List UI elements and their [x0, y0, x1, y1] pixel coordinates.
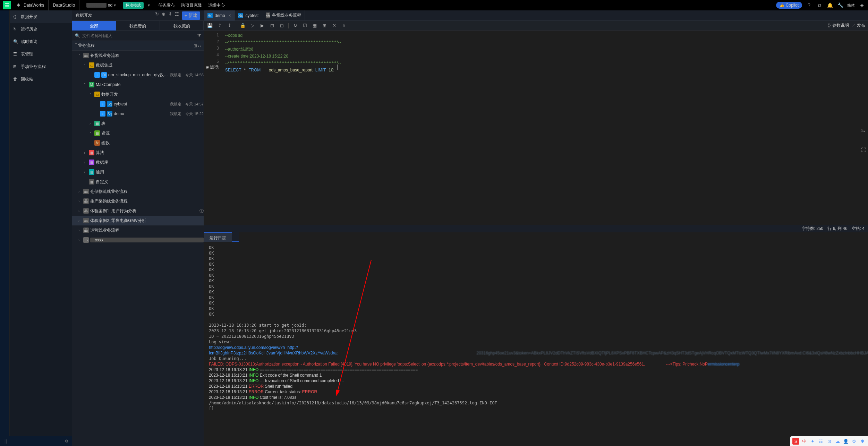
nav-publish[interactable]: 任务发布: [158, 2, 175, 8]
tree-table[interactable]: ›▦表: [72, 119, 204, 128]
cross-icon[interactable]: ✕: [331, 23, 337, 29]
expand-icon[interactable]: ⊞: [321, 23, 327, 29]
dep-icon[interactable]: ⋔: [341, 23, 347, 29]
tree-flow-root[interactable]: ˅品备货线业务流程: [72, 51, 204, 60]
tree-di[interactable]: ˅▭数据集成: [72, 60, 204, 70]
refresh-icon[interactable]: ↻: [155, 11, 159, 20]
tb-icon3[interactable]: ⊡: [826, 438, 833, 445]
log-tab[interactable]: 运行日志: [204, 232, 232, 242]
code-editor[interactable]: 123456 --odps sql --********************…: [204, 31, 868, 225]
tree-title: 数据开发: [76, 12, 92, 18]
log-body[interactable]: OKOKOKOKOKOKOKOKOKOKOKOKOK 2023-12-18 16…: [204, 242, 868, 446]
tree-flow5[interactable]: ›品体验案例2_零售电商GMV分析: [72, 216, 204, 225]
lock-icon[interactable]: 🔒: [240, 23, 246, 29]
submit-icon[interactable]: ⤴: [216, 23, 223, 29]
publish-button[interactable]: ↗ 发布: [852, 23, 865, 28]
tree-group[interactable]: ˅ 业务流程 ⊞ ∷: [72, 41, 204, 51]
tree-cybtest[interactable]: ↓Sqcybtest我锁定 今天 14:57: [72, 99, 204, 109]
save-icon[interactable]: 💾: [207, 23, 213, 29]
tab-flow[interactable]: 品备货线业务流程: [262, 10, 305, 21]
copilot-button[interactable]: 👍 Copilot: [776, 2, 802, 9]
tb-icon5[interactable]: 👤: [842, 438, 849, 445]
search-input[interactable]: [82, 33, 195, 38]
menu-icon[interactable]: ☰: [3, 1, 11, 9]
collapse-rail-icon[interactable]: |||: [3, 439, 7, 444]
tb-icon6[interactable]: ⚙: [851, 438, 858, 445]
tree-res[interactable]: ˅▦资源: [72, 128, 204, 138]
filter-mine[interactable]: 我负责的: [116, 21, 160, 31]
ime-lang-icon[interactable]: 中: [801, 438, 808, 445]
tree-flow4[interactable]: ›品体验案例1_用户行为分析ⓘ: [72, 206, 204, 216]
topbar: ☰ ❖ DataWorks DataStudio xxxxx nd ▾ 标准模式…: [0, 0, 868, 10]
project-name[interactable]: xxxxx nd ▾: [84, 3, 118, 8]
top-nav: 任务发布 跨项目克隆 运维中心: [158, 2, 225, 8]
product-name[interactable]: DataStudio: [48, 0, 79, 10]
settings-icon[interactable]: ⚙: [65, 439, 69, 444]
tree-flow2[interactable]: ›品仓储物流线业务流程: [72, 187, 204, 196]
tree-flow6[interactable]: ›品运营线业务流程: [72, 225, 204, 235]
windows-taskbar: S 中 ✦ ☷ ⊡ ☁ 👤 ⚙ ✱: [790, 436, 868, 446]
new-button[interactable]: + 新建: [182, 11, 200, 20]
run-sel-icon[interactable]: ▶: [259, 23, 265, 29]
bottom-rail: ||| ⚙: [0, 436, 72, 446]
mode-badge: 标准模式: [123, 2, 144, 9]
tree-func[interactable]: fx函数: [72, 138, 204, 148]
avatar-icon[interactable]: ◈: [858, 2, 865, 9]
reload-icon[interactable]: ↻: [292, 23, 298, 29]
help-icon[interactable]: ?: [806, 2, 812, 9]
run-icon[interactable]: ▷: [249, 23, 256, 29]
ime-icon[interactable]: S: [792, 438, 799, 445]
tree-algo[interactable]: ›▦算法: [72, 148, 204, 157]
nav-manual[interactable]: ⊞手动业务流程: [10, 60, 72, 73]
fullscreen-icon[interactable]: ⛶: [861, 147, 866, 153]
tab-demo[interactable]: Sqdemo×: [204, 10, 235, 21]
wrench-icon[interactable]: 🔧: [837, 2, 844, 9]
tree-di-job[interactable]: ↓DIom_stockup_min_order_qty数据同步我锁定 今天 14…: [72, 70, 204, 80]
nav-recycle[interactable]: 🗑回收站: [10, 73, 72, 85]
tree-maxcompute[interactable]: ˅MMaxCompute: [72, 80, 204, 89]
tb-icon1[interactable]: ✦: [809, 438, 816, 445]
tree-flow7[interactable]: ›▭xxxx: [72, 235, 204, 245]
brand-icon: ❖: [15, 2, 22, 8]
nav-ops[interactable]: 运维中心: [208, 2, 225, 8]
filter-icon[interactable]: ⧩: [197, 33, 201, 38]
tb-icon7[interactable]: ✱: [859, 438, 866, 445]
debug-icon[interactable]: ⊡: [269, 23, 275, 29]
tree-dev[interactable]: ˅▭数据开发: [72, 89, 204, 99]
goto-icon[interactable]: ☑: [302, 23, 308, 29]
format-icon[interactable]: ▦: [312, 23, 318, 29]
brand: ❖ DataWorks: [15, 2, 44, 8]
tree-gen[interactable]: ›▦通用: [72, 167, 204, 177]
editor-status: 字符数: 250 行 6, 列 46 空格: 4: [204, 225, 868, 232]
left-rail: [0, 10, 10, 446]
filter-all[interactable]: 全部: [72, 21, 116, 31]
tree-demo[interactable]: ↓Sqdemo我锁定 今天 15:22: [72, 109, 204, 119]
lang-label[interactable]: 简体: [847, 3, 855, 8]
editor-toolbar: 💾 ⤴ ⤴ 🔒 ▷ ▶ ⊡ ◻ ↻ ☑ ▦ ⊞ ✕ ⋔ ⟨⟩ 参数说明 ↗ 发布: [204, 21, 868, 31]
tree-db[interactable]: ›▦数据库: [72, 157, 204, 167]
tree-flow3[interactable]: ›品生产采购线业务流程: [72, 196, 204, 206]
import-icon[interactable]: ⇩: [168, 11, 172, 20]
bell-icon[interactable]: 🔔: [826, 2, 833, 9]
inline-run-button[interactable]: ◉ 运行: [206, 64, 218, 70]
collapse-icon[interactable]: ⇆: [861, 128, 866, 133]
news-icon[interactable]: ⧉: [816, 2, 823, 9]
batch-icon[interactable]: ☷: [175, 11, 179, 20]
filter-fav[interactable]: 我收藏的: [160, 21, 204, 31]
nav-query[interactable]: 🔍临时查询: [10, 35, 72, 48]
tb-icon4[interactable]: ☁: [834, 438, 841, 445]
nav-tables[interactable]: ☰表管理: [10, 48, 72, 60]
nav-clone[interactable]: 跨项目克隆: [181, 2, 202, 8]
tb-icon2[interactable]: ☷: [817, 438, 824, 445]
tab-cybtest[interactable]: Sqcybtest: [235, 10, 263, 21]
filter-tabs: 全部 我负责的 我收藏的: [72, 21, 204, 31]
submit2-icon[interactable]: ⤴: [226, 23, 232, 29]
nav-history[interactable]: ↻运行历史: [10, 23, 72, 35]
close-icon[interactable]: ×: [229, 13, 231, 18]
param-button[interactable]: ⟨⟩ 参数说明: [827, 23, 849, 28]
nav-data-dev[interactable]: ⟨⟩数据开发: [10, 10, 72, 23]
tree-cus[interactable]: ▦自定义: [72, 177, 204, 187]
stop-icon[interactable]: ◻: [279, 23, 285, 29]
tree-search: 🔍 ⧩: [72, 31, 204, 41]
locate-icon[interactable]: ⊕: [162, 11, 165, 20]
